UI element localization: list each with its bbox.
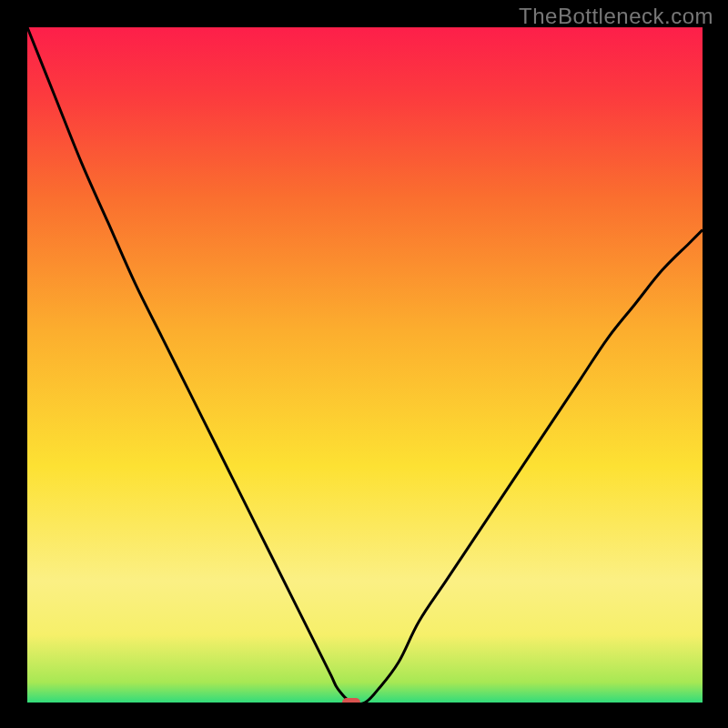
optimal-point-marker	[342, 698, 360, 703]
chart-frame: TheBottleneck.com	[0, 0, 728, 728]
watermark-label: TheBottleneck.com	[519, 4, 713, 29]
chart-background	[27, 27, 703, 703]
chart-svg	[27, 27, 703, 703]
chart-area	[27, 27, 703, 703]
